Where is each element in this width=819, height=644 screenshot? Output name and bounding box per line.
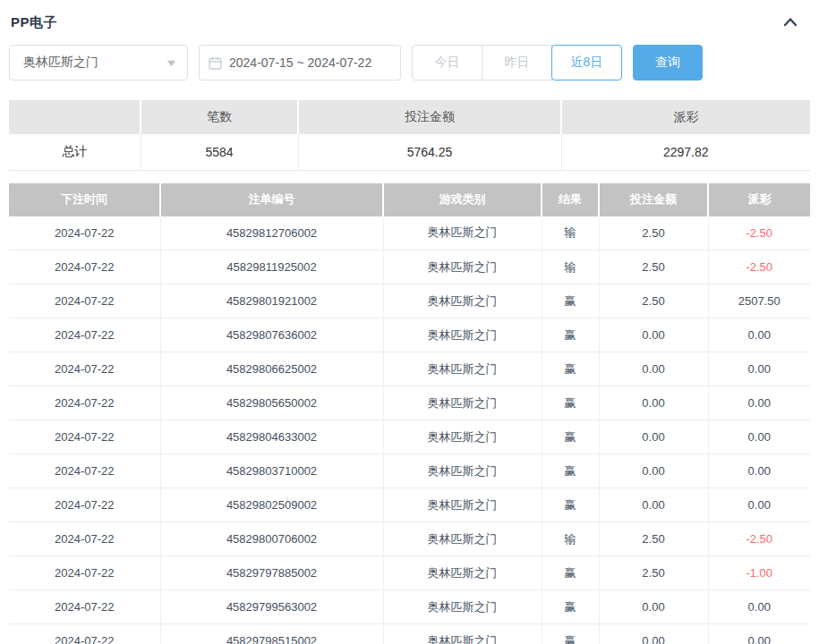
- cell-bet-id: 45829812706002: [160, 216, 383, 250]
- cell-bet-time: 2024-07-22: [9, 488, 160, 522]
- game-select[interactable]: 奥林匹斯之门 ▼: [9, 45, 188, 80]
- cell-payout: 0.00: [708, 352, 810, 386]
- cell-bet-time: 2024-07-22: [9, 590, 160, 624]
- table-row: 2024-07-22 45829802509002 奥林匹斯之门 赢 0.00 …: [9, 488, 810, 522]
- cell-bet-amount: 0.00: [599, 386, 708, 420]
- summary-col-blank: [9, 100, 141, 134]
- cell-result: 赢: [542, 454, 599, 488]
- date-range-value: 2024-07-15 ~ 2024-07-22: [229, 55, 371, 70]
- col-result: 结果: [542, 183, 599, 216]
- cell-bet-time: 2024-07-22: [9, 216, 160, 250]
- cell-bet-amount: 0.00: [599, 488, 708, 522]
- cell-bet-id: 45829807636002: [160, 318, 383, 352]
- cell-bet-id: 45829802509002: [160, 488, 383, 522]
- cell-bet-amount: 0.00: [599, 624, 708, 644]
- table-row: 2024-07-22 45829806625002 奥林匹斯之门 赢 0.00 …: [9, 352, 810, 386]
- cell-game-type: 奥林匹斯之门: [383, 352, 542, 386]
- table-row: 2024-07-22 45829804633002 奥林匹斯之门 赢 0.00 …: [9, 420, 810, 454]
- cell-bet-time: 2024-07-22: [9, 556, 160, 590]
- table-row: 2024-07-22 45829798515002 奥林匹斯之门 赢 0.00 …: [9, 624, 810, 644]
- cell-bet-time: 2024-07-22: [9, 284, 160, 318]
- cell-bet-id: 45829806625002: [160, 352, 383, 386]
- cell-bet-amount: 2.50: [599, 556, 708, 590]
- cell-payout: 0.00: [708, 454, 810, 488]
- last-8-days-button[interactable]: 近8日: [551, 45, 622, 80]
- cell-game-type: 奥林匹斯之门: [383, 590, 542, 624]
- cell-bet-id: 45829811925002: [160, 250, 383, 284]
- cell-payout: 0.00: [708, 420, 810, 454]
- col-game-type: 游戏类别: [383, 183, 542, 216]
- cell-payout: -2.50: [708, 522, 810, 556]
- cell-payout: 0.00: [708, 318, 810, 352]
- cell-bet-amount: 0.00: [599, 590, 708, 624]
- cell-bet-id: 45829805650002: [160, 386, 383, 420]
- summary-total-count: 5584: [141, 134, 298, 170]
- quick-range-group: 今日 昨日 近8日: [412, 45, 622, 80]
- table-row: 2024-07-22 45829801921002 奥林匹斯之门 赢 2.50 …: [9, 284, 810, 318]
- table-row: 2024-07-22 45829799563002 奥林匹斯之门 赢 0.00 …: [9, 590, 810, 624]
- cell-bet-amount: 0.00: [599, 318, 708, 352]
- today-button[interactable]: 今日: [412, 45, 482, 80]
- cell-bet-time: 2024-07-22: [9, 250, 160, 284]
- cell-game-type: 奥林匹斯之门: [383, 420, 542, 454]
- cell-bet-id: 45829800706002: [160, 522, 383, 556]
- yesterday-button[interactable]: 昨日: [482, 45, 552, 80]
- cell-result: 输: [542, 250, 599, 284]
- summary-col-bet-amount: 投注金额: [298, 100, 561, 134]
- cell-game-type: 奥林匹斯之门: [383, 624, 542, 644]
- cell-bet-amount: 2.50: [599, 216, 708, 250]
- cell-result: 赢: [542, 420, 599, 454]
- col-bet-time: 下注时间: [9, 183, 160, 216]
- cell-game-type: 奥林匹斯之门: [383, 216, 542, 250]
- query-button[interactable]: 查询: [633, 45, 703, 80]
- cell-result: 赢: [542, 318, 599, 352]
- cell-bet-id: 45829801921002: [160, 284, 383, 318]
- cell-bet-id: 45829803710002: [160, 454, 383, 488]
- cell-result: 输: [542, 216, 599, 250]
- cell-payout: -2.50: [708, 250, 810, 284]
- summary-col-payout: 派彩: [561, 100, 810, 134]
- cell-game-type: 奥林匹斯之门: [383, 522, 542, 556]
- game-select-value: 奥林匹斯之门: [23, 55, 98, 71]
- filter-bar: 奥林匹斯之门 ▼ 2024-07-15 ~ 2024-07-22 今日 昨日 近…: [9, 45, 810, 80]
- cell-payout: -2.50: [708, 216, 810, 250]
- cell-bet-time: 2024-07-22: [9, 318, 160, 352]
- cell-payout: 0.00: [708, 590, 810, 624]
- cell-bet-time: 2024-07-22: [9, 352, 160, 386]
- cell-game-type: 奥林匹斯之门: [383, 488, 542, 522]
- pp-electronic-panel: PP电子 奥林匹斯之门 ▼ 2024-07-15 ~ 2024-07-22 今日…: [0, 0, 819, 644]
- cell-result: 赢: [542, 624, 599, 644]
- cell-bet-time: 2024-07-22: [9, 420, 160, 454]
- chevron-up-icon: [781, 13, 799, 31]
- cell-bet-amount: 2.50: [599, 250, 708, 284]
- calendar-icon: [209, 56, 222, 70]
- cell-bet-id: 45829797885002: [160, 556, 383, 590]
- cell-payout: 0.00: [708, 386, 810, 420]
- bet-records-table: 下注时间 注单编号 游戏类别 结果 投注金额 派彩 2024-07-22 458…: [9, 183, 810, 644]
- cell-result: 赢: [542, 590, 599, 624]
- table-row: 2024-07-22 45829807636002 奥林匹斯之门 赢 0.00 …: [9, 318, 810, 352]
- cell-bet-amount: 2.50: [599, 284, 708, 318]
- summary-header-row: 笔数 投注金额 派彩: [9, 100, 810, 134]
- table-row: 2024-07-22 45829805650002 奥林匹斯之门 赢 0.00 …: [9, 386, 810, 420]
- bet-table-body: 2024-07-22 45829812706002 奥林匹斯之门 输 2.50 …: [9, 216, 810, 644]
- cell-bet-amount: 0.00: [599, 454, 708, 488]
- col-bet-id: 注单编号: [160, 183, 383, 216]
- cell-bet-time: 2024-07-22: [9, 522, 160, 556]
- cell-game-type: 奥林匹斯之门: [383, 556, 542, 590]
- cell-bet-time: 2024-07-22: [9, 386, 160, 420]
- cell-bet-time: 2024-07-22: [9, 454, 160, 488]
- summary-total-payout: 2297.82: [561, 134, 810, 170]
- cell-result: 赢: [542, 556, 599, 590]
- table-row: 2024-07-22 45829800706002 奥林匹斯之门 输 2.50 …: [9, 522, 810, 556]
- cell-bet-time: 2024-07-22: [9, 624, 160, 644]
- cell-bet-id: 45829799563002: [160, 590, 383, 624]
- table-row: 2024-07-22 45829811925002 奥林匹斯之门 输 2.50 …: [9, 250, 810, 284]
- cell-result: 赢: [542, 386, 599, 420]
- collapse-button[interactable]: [781, 13, 799, 31]
- table-row: 2024-07-22 45829812706002 奥林匹斯之门 输 2.50 …: [9, 216, 810, 250]
- date-range-picker[interactable]: 2024-07-15 ~ 2024-07-22: [199, 45, 401, 80]
- col-payout: 派彩: [708, 183, 810, 216]
- chevron-down-icon: ▼: [165, 57, 178, 68]
- cell-game-type: 奥林匹斯之门: [383, 454, 542, 488]
